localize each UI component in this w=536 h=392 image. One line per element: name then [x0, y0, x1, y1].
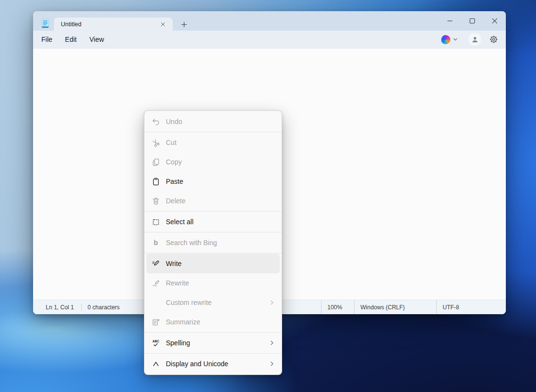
menu-item-label: Select all — [166, 218, 194, 226]
bing-icon: b — [151, 238, 161, 248]
menu-item-label: Summarize — [166, 318, 200, 326]
menu-item-search-with-bing: b Search with Bing — [146, 233, 280, 252]
menu-item-label: Copy — [166, 158, 182, 166]
tab-title: Untitled — [61, 21, 81, 28]
menu-item-summarize: Summarize — [146, 312, 280, 332]
menu-item-label: Display and Unicode — [166, 360, 228, 368]
maximize-button[interactable] — [461, 11, 483, 31]
paste-icon — [151, 177, 161, 186]
close-button[interactable] — [483, 11, 506, 31]
copilot-icon — [441, 35, 450, 44]
copy-icon — [151, 157, 161, 167]
menu-item-label: Write — [166, 260, 181, 267]
status-bar-right: 100% Windows (CRLF) UTF-8 — [321, 300, 506, 314]
minimize-icon — [447, 18, 453, 24]
menu-item-paste[interactable]: Paste — [146, 172, 280, 191]
settings-button[interactable] — [487, 33, 500, 46]
menu-item-spelling[interactable]: ABC Spelling — [146, 333, 280, 353]
undo-icon — [151, 117, 161, 126]
cut-icon — [151, 138, 161, 147]
encoding: UTF-8 — [436, 300, 506, 314]
menu-separator — [144, 211, 282, 212]
summarize-icon — [151, 317, 161, 327]
menu-separator — [144, 353, 282, 354]
close-icon — [161, 22, 165, 27]
menu-separator — [144, 253, 282, 253]
menu-item-delete: Delete — [146, 191, 280, 211]
rewrite-icon — [151, 278, 161, 288]
desktop-wallpaper: Untitled — [0, 0, 536, 392]
chevron-right-icon — [269, 361, 275, 367]
menu-item-label: Paste — [166, 178, 183, 185]
no-icon — [151, 298, 161, 307]
delete-icon — [151, 196, 161, 206]
zoom-level: 100% — [321, 300, 354, 314]
edit-context-menu: Undo Cut Copy — [144, 110, 282, 375]
spelling-icon: ABC — [151, 338, 161, 348]
plus-icon — [181, 21, 187, 28]
minimize-button[interactable] — [439, 11, 461, 31]
close-icon — [492, 18, 498, 24]
write-icon — [151, 259, 161, 268]
menu-item-custom-rewrite: Custom rewrite — [146, 293, 280, 312]
display-unicode-icon — [151, 359, 161, 369]
menu-item-rewrite: Rewrite — [146, 273, 280, 293]
character-count: 0 characters — [82, 304, 120, 311]
menu-item-select-all[interactable]: Select all — [146, 212, 280, 232]
menu-item-label: Cut — [166, 139, 177, 146]
menu-bar-right — [438, 33, 500, 46]
menu-item-label: Delete — [166, 197, 185, 205]
window-controls — [439, 11, 506, 31]
title-bar: Untitled — [33, 11, 506, 31]
line-endings: Windows (CRLF) — [354, 300, 436, 314]
account-icon — [471, 36, 479, 44]
chevron-down-icon — [453, 37, 458, 42]
menu-bar: File Edit View — [33, 31, 506, 48]
copilot-button[interactable] — [438, 34, 461, 46]
maximize-icon — [469, 18, 475, 24]
menu-item-label: Custom rewrite — [166, 299, 212, 306]
menu-item-write[interactable]: Write — [146, 254, 280, 273]
menu-item-label: Undo — [166, 118, 182, 125]
menu-item-copy: Copy — [146, 152, 280, 172]
menu-item-undo: Undo — [146, 112, 280, 131]
menu-view[interactable]: View — [83, 33, 110, 46]
cursor-position: Ln 1, Col 1 — [33, 304, 74, 311]
menu-separator — [144, 232, 282, 232]
menu-bar-items: File Edit View — [35, 33, 110, 46]
notepad-icon — [41, 18, 49, 29]
menu-file[interactable]: File — [35, 33, 59, 46]
account-button[interactable] — [468, 33, 481, 46]
menu-item-label: Rewrite — [166, 279, 189, 287]
menu-separator — [144, 332, 282, 333]
menu-item-label: Search with Bing — [166, 239, 217, 247]
tab-untitled[interactable]: Untitled — [54, 18, 173, 31]
tab-close-button[interactable] — [158, 19, 168, 29]
menu-item-label: Spelling — [166, 339, 190, 347]
select-all-icon — [151, 217, 161, 227]
menu-edit[interactable]: Edit — [59, 33, 83, 46]
settings-gear-icon — [489, 35, 498, 44]
chevron-right-icon — [269, 300, 275, 305]
svg-text:b: b — [154, 239, 158, 247]
new-tab-button[interactable] — [178, 18, 190, 30]
menu-item-display-and-unicode[interactable]: Display and Unicode — [146, 354, 280, 374]
chevron-right-icon — [269, 340, 275, 346]
svg-text:ABC: ABC — [152, 339, 159, 343]
menu-separator — [144, 132, 282, 132]
menu-item-cut: Cut — [146, 133, 280, 152]
